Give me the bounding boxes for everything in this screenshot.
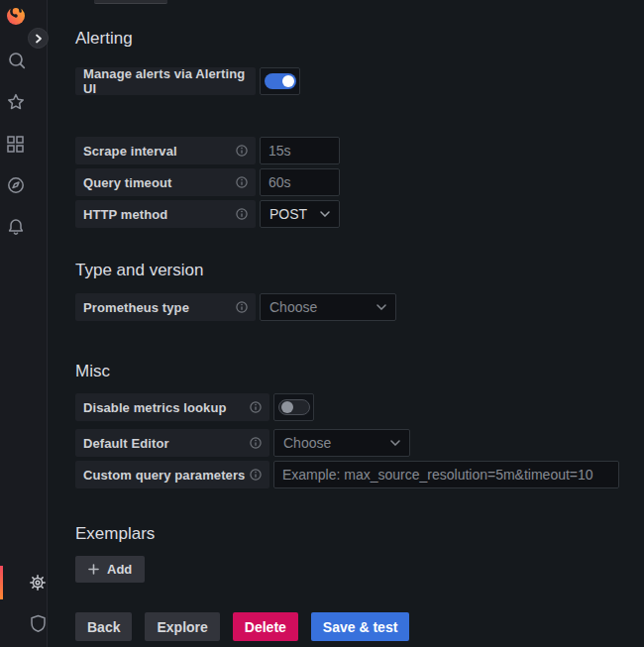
chevron-down-icon xyxy=(376,304,386,310)
info-icon[interactable] xyxy=(236,301,248,313)
query-timeout-row: Query timeout xyxy=(75,168,630,196)
prometheus-type-row: Prometheus type Choose xyxy=(75,293,630,321)
search-icon[interactable] xyxy=(8,52,26,69)
explore-button[interactable]: Explore xyxy=(145,612,219,641)
plus-icon xyxy=(88,564,99,575)
settings-gear-icon[interactable] xyxy=(29,574,47,592)
info-icon[interactable] xyxy=(236,208,248,220)
prometheus-type-label: Prometheus type xyxy=(75,293,256,321)
footer-actions: Back Explore Delete Save & test xyxy=(75,612,630,641)
scrape-interval-input[interactable] xyxy=(260,137,340,164)
disable-metrics-lookup-toggle[interactable] xyxy=(273,393,314,421)
prometheus-type-select[interactable]: Choose xyxy=(260,293,396,321)
scrape-interval-row: Scrape interval xyxy=(75,137,630,164)
dashboards-grid-icon[interactable] xyxy=(7,136,24,153)
delete-button[interactable]: Delete xyxy=(233,612,298,641)
manage-alerts-toggle[interactable] xyxy=(260,67,300,95)
manage-alerts-row: Manage alerts via Alerting UI xyxy=(75,67,630,95)
chevron-down-icon xyxy=(320,211,330,217)
info-icon[interactable] xyxy=(250,469,262,481)
custom-query-parameters-row: Custom query parameters xyxy=(75,461,630,488)
info-icon[interactable] xyxy=(236,145,248,157)
chevron-down-icon xyxy=(390,440,400,446)
scrape-interval-label: Scrape interval xyxy=(75,137,256,164)
type-version-section-title: Type and version xyxy=(75,261,630,280)
explore-compass-icon[interactable] xyxy=(7,176,25,194)
custom-query-parameters-label: Custom query parameters xyxy=(75,461,269,488)
query-timeout-input[interactable] xyxy=(260,168,340,196)
info-icon[interactable] xyxy=(250,401,262,413)
default-editor-label: Default Editor xyxy=(75,429,269,457)
info-icon[interactable] xyxy=(250,437,262,449)
manage-alerts-label: Manage alerts via Alerting UI xyxy=(75,67,256,95)
alerting-section-title: Alerting xyxy=(75,29,630,49)
disable-metrics-lookup-row: Disable metrics lookup xyxy=(75,393,630,421)
shield-icon[interactable] xyxy=(30,614,47,633)
datasource-settings-form: Alerting Manage alerts via Alerting UI S… xyxy=(75,0,630,641)
active-section-accent-bar xyxy=(0,566,3,599)
misc-section-title: Misc xyxy=(75,362,630,381)
add-exemplar-button[interactable]: Add xyxy=(75,556,145,583)
star-icon[interactable] xyxy=(7,93,25,111)
http-method-select[interactable]: POST xyxy=(260,200,340,228)
back-button[interactable]: Back xyxy=(75,612,132,641)
alerting-bell-icon[interactable] xyxy=(7,218,25,236)
toggle-on-switch xyxy=(265,73,296,89)
info-icon[interactable] xyxy=(236,176,248,188)
exemplars-section-title: Exemplars xyxy=(75,524,630,544)
default-editor-row: Default Editor Choose xyxy=(75,429,630,457)
grafana-logo-icon[interactable] xyxy=(5,5,27,27)
save-and-test-button[interactable]: Save & test xyxy=(311,612,409,641)
disable-metrics-lookup-label: Disable metrics lookup xyxy=(75,393,269,421)
toggle-off-switch xyxy=(278,399,310,415)
chevron-right-icon xyxy=(34,34,44,44)
expand-sidebar-button[interactable] xyxy=(28,28,49,49)
http-method-row: HTTP method POST xyxy=(75,200,630,228)
custom-query-parameters-input[interactable] xyxy=(273,461,619,488)
http-method-label: HTTP method xyxy=(75,200,256,228)
query-timeout-label: Query timeout xyxy=(75,168,256,196)
default-editor-select[interactable]: Choose xyxy=(273,429,410,457)
sidebar xyxy=(0,0,48,647)
